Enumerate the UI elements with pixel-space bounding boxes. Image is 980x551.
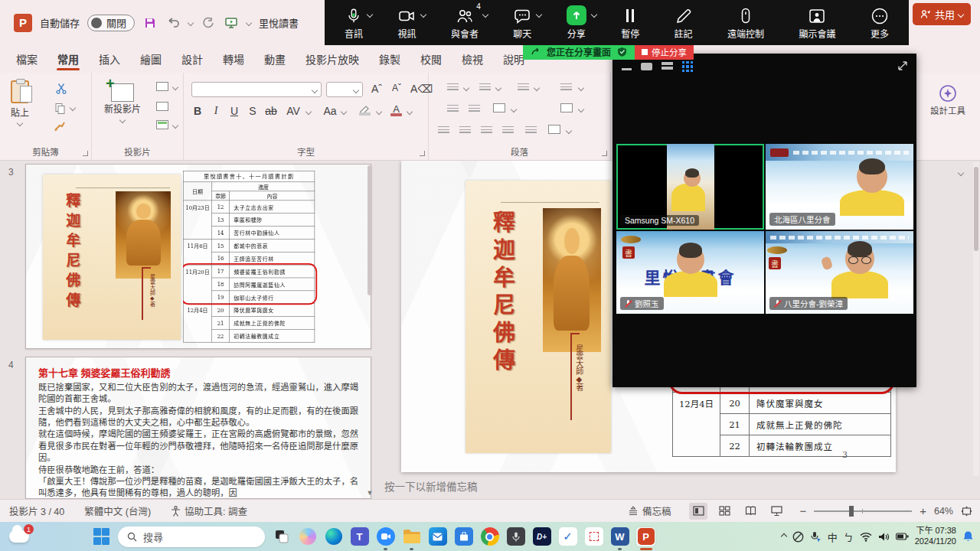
font-size-combo[interactable] [326,82,363,97]
format-painter-button[interactable] [54,120,66,132]
line-spacing-button[interactable] [518,83,529,92]
text-direction-button[interactable] [560,83,572,92]
slide-sorter-view-button[interactable] [715,503,733,520]
font-color-button[interactable]: A [390,103,402,116]
autosave-toggle[interactable]: 關閉 [87,15,135,31]
redo-icon[interactable] [201,15,216,31]
smartart-chevron-icon[interactable] [566,128,572,134]
start-slideshow-icon[interactable] [224,15,239,31]
zoom-in-button[interactable]: + [920,504,926,517]
zoom-app-icon[interactable] [376,527,395,546]
video-tile-2[interactable]: 北海區八里分會 [766,144,913,230]
tab-record[interactable]: 錄製 [369,45,410,73]
expand-icon[interactable] [897,60,909,72]
distribute-button[interactable] [525,126,537,135]
reading-view-button[interactable] [741,503,760,520]
italic-button[interactable]: I [208,105,224,117]
volume-icon[interactable] [878,532,890,542]
audio-options-chevron-icon[interactable] [367,11,373,18]
slide-4-thumbnail[interactable]: 第十七章 頻婆娑羅王俗利勸誘 既已捨棄國家，又和二位大臣告別的太子，渡過恆河的急… [25,357,371,499]
ime-key-indicator[interactable]: ㄅ [844,530,854,544]
audio-button[interactable]: 音訊 [345,5,363,40]
zoom-level[interactable]: 64% [934,506,953,517]
highlight-chevron-icon[interactable] [376,109,382,115]
participants-chevron-icon[interactable] [482,11,488,18]
edge-icon[interactable] [324,527,343,546]
designer-button[interactable]: 設計工具 [921,83,975,117]
tab-transitions[interactable]: 轉場 [213,45,254,73]
cut-button[interactable] [55,82,67,94]
numbering-chevron-icon[interactable] [495,85,501,91]
participants-button[interactable]: 4 與會者 [451,5,479,40]
accessibility-button[interactable]: 協助工具: 調查 [171,504,247,518]
tab-file[interactable]: 檔案 [6,45,47,73]
slide-3-thumbnail[interactable]: 釋迦牟尼佛傳 星雲大師◆著 里悅讀書會十、十一月讀書計劃 日期 進度 章節 內容… [25,164,371,349]
tab-view[interactable]: 檢視 [452,45,493,73]
shrink-font-button[interactable]: Aˇ [389,83,404,93]
undo-dropdown-chevron-icon[interactable] [188,19,194,25]
bullets-button[interactable] [447,83,459,92]
voice-access-icon[interactable] [810,531,822,543]
zoom-out-button[interactable]: − [799,504,806,517]
clear-formatting-button[interactable]: A⌫ [410,83,426,95]
smartart-button[interactable] [548,125,560,134]
snipping-tool-icon[interactable] [584,527,603,546]
section-chevron-icon[interactable] [172,122,178,129]
outlook-icon[interactable] [428,527,447,546]
strikethrough-button[interactable]: ab [263,105,279,117]
zoom-slider-thumb[interactable] [849,506,854,517]
align-right-button[interactable] [481,126,492,135]
taskbar-clock[interactable]: 下午 07:38 2024/11/20 [915,526,956,547]
fit-to-window-button[interactable] [961,506,972,517]
video-tile-1[interactable]: Samsung SM-X610 [616,144,764,230]
more-button[interactable]: 更多 [871,5,889,40]
strip-view-icon[interactable] [662,62,673,71]
save-icon[interactable] [142,15,158,31]
highlight-color-button[interactable] [358,105,371,116]
align-text-chevron-icon[interactable] [578,106,584,112]
bullets-chevron-icon[interactable] [463,85,469,91]
slideshow-view-button[interactable] [767,503,786,520]
thumbnail-scrollbar[interactable]: ▼ [366,162,374,497]
chat-button[interactable]: 聊天 [513,5,531,40]
grow-font-button[interactable]: Aˆ [369,83,384,95]
scroll-down-arrow-icon[interactable]: ▼ [365,488,374,497]
clipboard-dialog-launcher[interactable] [83,151,88,156]
tab-design[interactable]: 設計 [172,45,213,73]
align-left-button[interactable] [438,126,449,135]
video-tile-3[interactable]: 書 里悅讀書會 劉照玉 [616,231,764,314]
columns-button[interactable] [493,103,505,112]
copy-chevron-icon[interactable] [70,105,76,111]
speaker-view-icon[interactable] [641,63,652,70]
font-dialog-launcher[interactable] [420,151,425,156]
font-color-chevron-icon[interactable] [407,109,413,115]
weather-widget[interactable]: 1 [9,530,29,543]
increase-indent-button[interactable] [469,105,480,113]
pause-share-button[interactable]: 暫停 [621,5,639,40]
slide-layout-button[interactable] [156,82,168,91]
hidden-icons-chevron-icon[interactable] [780,533,786,540]
decrease-indent-button[interactable] [447,105,459,113]
columns-chevron-icon[interactable] [511,106,517,112]
file-explorer-icon[interactable] [402,527,421,546]
gallery-view-icon[interactable] [682,61,693,72]
task-view-button[interactable] [272,527,291,546]
video-tile-4[interactable]: 書 八里分會-劉榮漳 [766,231,913,314]
tab-home[interactable]: 常用 [47,45,89,73]
battery-icon[interactable] [896,532,909,541]
font-name-combo[interactable] [191,82,322,97]
underline-button[interactable]: U [227,105,242,117]
ppt-share-button[interactable]: 共用 [913,3,971,25]
chat-chevron-icon[interactable] [536,11,542,18]
align-center-button[interactable] [459,126,471,135]
tab-review[interactable]: 校閱 [410,45,452,73]
undo-icon[interactable] [165,15,181,31]
start-button[interactable] [92,527,111,546]
tab-slideshow[interactable]: 投影片放映 [296,45,369,73]
scrollbar-thumb[interactable] [368,165,372,295]
main-scrollbar[interactable] [973,162,979,476]
disney-plus-icon[interactable]: D+ [532,527,551,546]
new-slide-button[interactable]: 新投影片 [104,83,141,122]
notification-bell-icon[interactable] [962,530,974,543]
tab-animations[interactable]: 動畫 [254,45,296,73]
